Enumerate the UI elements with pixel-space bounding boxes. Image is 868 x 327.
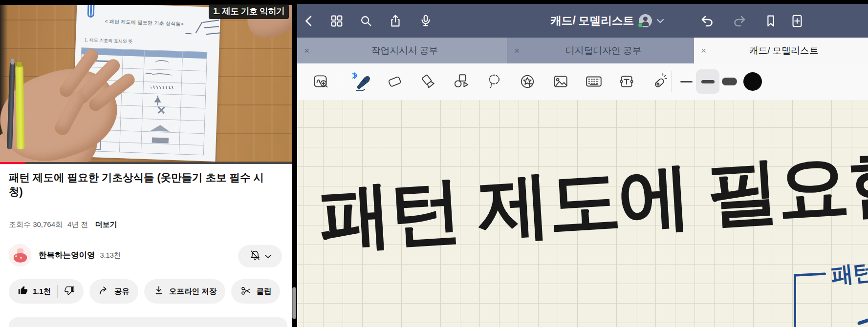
handwritten-note-stroke bbox=[206, 32, 221, 35]
share-button[interactable]: 공유 bbox=[89, 279, 138, 304]
symbol-fill bbox=[152, 137, 169, 143]
grid-view-button[interactable] bbox=[328, 13, 345, 29]
channel-avatar[interactable] bbox=[9, 244, 31, 266]
online-status-dot bbox=[638, 23, 643, 28]
keyboard-tool[interactable] bbox=[583, 70, 605, 93]
undo-button[interactable] bbox=[699, 13, 716, 29]
handwritten-note-stroke bbox=[185, 33, 191, 34]
video-chapter-label: 1. 제도 기호 익히기 bbox=[209, 4, 289, 19]
video-action-bar: 1.1천 공유 오프라인 bbox=[9, 279, 280, 304]
thumb-up-icon bbox=[18, 285, 28, 298]
share-export-button[interactable] bbox=[387, 13, 404, 29]
share-label: 공유 bbox=[114, 286, 130, 297]
notebook-title: 캐드/ 모델리스트 bbox=[550, 13, 634, 28]
lasso-tool[interactable] bbox=[483, 70, 505, 93]
split-screen: < 패턴 제도에 필요한 기초 상식들> 1. 제도 기호의 표시와 뜻 bbox=[0, 0, 868, 327]
comments-section[interactable] bbox=[9, 317, 287, 327]
view-count: 조회수 30,764회 bbox=[9, 220, 63, 229]
notebook-title-dropdown[interactable]: 캐드/ 모델리스트 bbox=[550, 4, 664, 38]
handwritten-headline: 패턴 제도에 필요한 상식 bbox=[317, 136, 868, 254]
video-title: 패턴 제도에 필요한 기초상식들 (옷만들기 초보 필수 시청) bbox=[9, 171, 267, 199]
blue-bracket-line bbox=[794, 274, 796, 327]
symbol-pleat bbox=[151, 124, 170, 131]
symbol-shirring bbox=[151, 85, 174, 89]
upload-age: 4년 전 bbox=[67, 220, 88, 229]
back-button[interactable] bbox=[301, 13, 318, 29]
handwritten-annotation: 패턴 bbox=[829, 256, 868, 291]
zoom-window-tool[interactable] bbox=[310, 70, 332, 93]
handwritten-stroke-partial bbox=[857, 318, 868, 326]
like-dislike-button[interactable]: 1.1천 bbox=[9, 279, 84, 304]
pill-divider bbox=[57, 285, 58, 298]
scissors-icon bbox=[240, 285, 252, 298]
pen-tool-selected[interactable] bbox=[350, 70, 373, 93]
yellow-highlighter-pen bbox=[16, 65, 25, 149]
sticker-tool[interactable] bbox=[516, 70, 539, 93]
handwritten-note-stroke bbox=[202, 20, 219, 23]
document-tab-bar: × 작업지시서 공부 × 디지털디자인 공부 × 캐드/ 모델리스트 bbox=[297, 38, 868, 63]
offline-save-label: 오프라인 저장 bbox=[169, 286, 217, 297]
bell-off-icon bbox=[249, 249, 261, 264]
shapes-tool[interactable] bbox=[450, 70, 472, 93]
color-swatch-black[interactable] bbox=[741, 69, 764, 94]
stroke-width-medium-selected[interactable] bbox=[696, 69, 719, 94]
collaborator-avatar bbox=[639, 14, 652, 27]
tab-digital-design[interactable]: × 디지털디자인 공부 bbox=[507, 38, 694, 63]
video-player[interactable]: < 패턴 제도에 필요한 기초 상식들> 1. 제도 기호의 표시와 뜻 bbox=[0, 0, 292, 164]
download-icon bbox=[153, 285, 165, 298]
clip-label: 클립 bbox=[256, 286, 271, 297]
channel-name[interactable]: 한복하는영이영 bbox=[39, 250, 95, 261]
tab-close-icon[interactable]: × bbox=[304, 46, 309, 55]
bookmark-button[interactable] bbox=[762, 13, 779, 29]
scrollbar-handle[interactable] bbox=[292, 287, 296, 319]
chevron-down-icon bbox=[265, 252, 271, 261]
like-count: 1.1천 bbox=[33, 286, 51, 297]
microphone-button[interactable] bbox=[417, 13, 434, 29]
chevron-down-icon bbox=[657, 19, 664, 23]
text-tool[interactable] bbox=[615, 70, 638, 93]
offline-save-button[interactable]: 오프라인 저장 bbox=[144, 279, 225, 304]
bluetooth-icon bbox=[353, 73, 357, 79]
tab-label: 작업지시서 공부 bbox=[309, 44, 500, 57]
symbol-ease bbox=[152, 73, 172, 78]
toolbar-separator bbox=[337, 71, 337, 92]
channel-row: 한복하는영이영 3.13천 bbox=[9, 244, 121, 266]
stroke-width-thick[interactable] bbox=[717, 69, 741, 94]
clip-button[interactable]: 클립 bbox=[231, 279, 280, 304]
symbol-arc bbox=[154, 60, 169, 67]
youtube-pane: < 패턴 제도에 필요한 기초 상식들> 1. 제도 기호의 표시와 뜻 bbox=[0, 0, 292, 327]
subscriber-count: 3.13천 bbox=[100, 251, 121, 260]
tab-cad-modelist-active[interactable]: × 캐드/ 모델리스트 bbox=[694, 38, 868, 63]
redo-button[interactable] bbox=[731, 13, 748, 29]
worksheet-subtitle: 1. 제도 기호의 표시와 뜻 bbox=[85, 37, 133, 45]
tab-work-instruction[interactable]: × 작업지시서 공부 bbox=[297, 38, 507, 63]
video-meta: 조회수 30,764회 4년 전 더보기 bbox=[9, 220, 117, 229]
thumb-down-icon bbox=[64, 285, 75, 298]
search-button[interactable] bbox=[358, 13, 374, 29]
eraser-tool[interactable] bbox=[384, 70, 406, 93]
video-progress-bar[interactable] bbox=[0, 162, 292, 164]
share-arrow-icon bbox=[98, 285, 110, 298]
note-canvas[interactable]: 패턴 제도에 필요한 상식 패턴 bbox=[297, 100, 868, 327]
tab-close-icon[interactable]: × bbox=[514, 46, 520, 55]
stroke-width-thin[interactable] bbox=[674, 69, 698, 94]
tab-label: 디지털디자인 공부 bbox=[520, 44, 687, 57]
tab-label: 캐드/ 모델리스트 bbox=[706, 44, 861, 57]
blue-bracket-line bbox=[795, 272, 826, 276]
symbol-dart bbox=[157, 96, 158, 105]
notifications-button[interactable] bbox=[238, 245, 282, 267]
more-button[interactable]: 더보기 bbox=[95, 220, 117, 229]
toolbar-separator bbox=[671, 71, 672, 92]
laser-pointer-tool[interactable] bbox=[649, 70, 671, 93]
highlighter-tool[interactable] bbox=[417, 70, 439, 93]
video-progress-played bbox=[0, 162, 25, 164]
notes-pane: 캐드/ 모델리스트 bbox=[297, 0, 868, 327]
add-page-button[interactable] bbox=[789, 13, 805, 29]
drawing-toolbar bbox=[297, 63, 868, 100]
image-tool[interactable] bbox=[549, 70, 572, 93]
worksheet-title: < 패턴 제도에 필요한 기초 상식들> bbox=[88, 18, 200, 28]
split-view-divider[interactable] bbox=[292, 0, 297, 327]
handwritten-note-stroke bbox=[204, 26, 219, 28]
tab-close-icon[interactable]: × bbox=[701, 46, 706, 55]
notes-nav-bar: 캐드/ 모델리스트 bbox=[297, 4, 868, 38]
